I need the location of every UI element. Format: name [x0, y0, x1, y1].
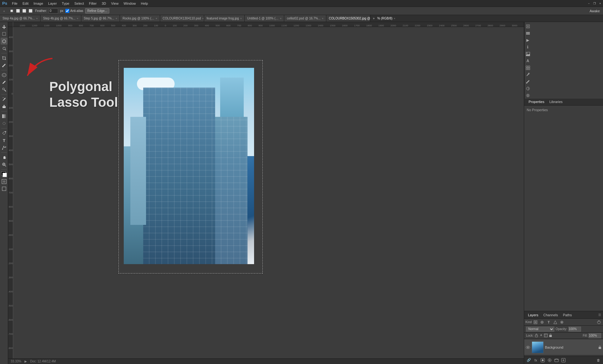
- tab-libraries[interactable]: Libraries: [547, 99, 564, 105]
- menu-type[interactable]: Type: [59, 1, 72, 6]
- refine-edge-button[interactable]: Refine Edge...: [85, 8, 109, 14]
- zoom-tool[interactable]: [1, 161, 8, 168]
- type-tool[interactable]: T: [1, 137, 8, 144]
- tab-paths[interactable]: Paths: [561, 312, 574, 318]
- foreground-color[interactable]: [1, 171, 8, 178]
- brush-icon-right[interactable]: [525, 72, 531, 78]
- adjustments-icon[interactable]: [525, 79, 531, 85]
- filter-onoff-icon[interactable]: [596, 319, 602, 325]
- clone-stamp-tool[interactable]: [1, 86, 8, 93]
- lasso-tool[interactable]: [1, 38, 8, 45]
- quick-mask-tool[interactable]: [1, 178, 8, 185]
- menu-help[interactable]: Help: [139, 1, 151, 6]
- filter-smart-icon[interactable]: [559, 319, 565, 325]
- blend-mode-select[interactable]: Normal: [526, 327, 554, 332]
- gradient-tool[interactable]: [1, 113, 8, 120]
- eyedropper-tool[interactable]: [1, 62, 8, 69]
- intersect-selection-icon[interactable]: ⬜: [28, 8, 33, 14]
- tab-close-1[interactable]: ×: [77, 17, 78, 20]
- filter-pixel-icon[interactable]: [533, 319, 538, 325]
- tab-close-5[interactable]: ×: [240, 17, 242, 20]
- tab-2[interactable]: Step 5.jpg @ 66.7%...×: [81, 15, 120, 22]
- tab-close-4[interactable]: ×: [202, 17, 204, 20]
- table-icon[interactable]: [525, 65, 531, 71]
- new-group-icon[interactable]: [554, 357, 559, 363]
- filter-shape-icon[interactable]: [552, 319, 558, 325]
- tab-properties[interactable]: Properties: [527, 99, 546, 105]
- tab-8[interactable]: COLOURBOX1505302.jpg @ 33.3% (RGB/8)×: [326, 15, 370, 22]
- blur-tool[interactable]: [1, 120, 8, 127]
- tab-layers[interactable]: Layers: [526, 312, 540, 318]
- tab-channels[interactable]: Channels: [541, 312, 560, 318]
- opacity-input[interactable]: [568, 327, 581, 332]
- tab-close-8[interactable]: ×: [394, 17, 395, 20]
- play-icon[interactable]: ▶: [525, 37, 531, 43]
- subtract-selection-icon[interactable]: ⬜: [21, 8, 27, 14]
- tab-close-3[interactable]: ×: [156, 17, 157, 20]
- tab-0[interactable]: Step 4a.jpg @ 66.7%...×: [0, 15, 41, 22]
- tab-6[interactable]: Untitled-1 @ 100% (…×: [245, 15, 284, 22]
- layer-visibility-toggle[interactable]: [525, 345, 530, 350]
- tab-4[interactable]: COLOURBOX1304110.psd×: [160, 15, 204, 22]
- tab-3[interactable]: Rocks.jpg @ 100% (…×: [120, 15, 160, 22]
- menu-image[interactable]: Image: [31, 1, 46, 6]
- link-layers-icon[interactable]: 🔗: [526, 357, 532, 363]
- menu-3d[interactable]: 3D: [99, 1, 109, 6]
- menu-layer[interactable]: Layer: [46, 1, 59, 6]
- crop-tool[interactable]: [1, 55, 8, 62]
- menu-view[interactable]: View: [109, 1, 121, 6]
- hand-tool[interactable]: [1, 154, 8, 161]
- feather-input[interactable]: [49, 8, 58, 14]
- healing-tool[interactable]: +: [1, 72, 8, 79]
- lasso-icon[interactable]: 🔲: [9, 8, 14, 14]
- tab-close-7[interactable]: ×: [322, 17, 323, 20]
- tab-close-0[interactable]: ×: [36, 17, 38, 20]
- eraser-tool[interactable]: [1, 103, 8, 110]
- more-tabs-button[interactable]: »: [370, 15, 377, 22]
- brush-tool[interactable]: [1, 79, 8, 86]
- screen-mode-tool[interactable]: [1, 185, 8, 192]
- layers-options-button[interactable]: ☰: [598, 313, 601, 317]
- restore-button[interactable]: ❐: [592, 1, 597, 6]
- anti-alias-checkbox[interactable]: Anti-alias: [65, 9, 83, 13]
- minimize-button[interactable]: −: [587, 1, 591, 6]
- menu-edit[interactable]: Edit: [20, 1, 31, 6]
- menu-select[interactable]: Select: [72, 1, 87, 6]
- delete-layer-icon[interactable]: 🗑: [595, 357, 601, 363]
- add-mask-icon[interactable]: [540, 357, 546, 363]
- menu-window[interactable]: Window: [121, 1, 138, 6]
- tab-close-6[interactable]: ×: [280, 17, 281, 20]
- new-adjustment-icon[interactable]: [547, 357, 552, 363]
- pen-tool[interactable]: [1, 130, 8, 137]
- fill-input[interactable]: [589, 333, 601, 338]
- filter-type-icon[interactable]: T: [546, 319, 551, 325]
- add-effect-icon[interactable]: fx: [533, 357, 539, 363]
- marquee-tool[interactable]: [1, 30, 8, 37]
- new-layer-icon[interactable]: [561, 357, 566, 363]
- menu-filter[interactable]: Filter: [86, 1, 99, 6]
- history-brush-tool[interactable]: [1, 96, 8, 103]
- canvas-viewport[interactable]: Polygonal Lasso Tool: [13, 27, 524, 358]
- add-selection-icon[interactable]: ⬜: [15, 8, 21, 14]
- tab-7[interactable]: cellist02.psd @ 16.7%...×: [284, 15, 326, 22]
- tab-1[interactable]: Step 4b.jpg @ 66.7%...×: [41, 15, 81, 22]
- filter-adjustment-icon[interactable]: [539, 319, 545, 325]
- move-tool[interactable]: [1, 23, 8, 30]
- text-icon[interactable]: A: [525, 58, 531, 64]
- color-icon[interactable]: [525, 85, 531, 92]
- layer-item-background[interactable]: Background: [524, 340, 603, 355]
- lock-position-icon[interactable]: [539, 334, 543, 338]
- lock-artboards-icon[interactable]: [544, 334, 548, 338]
- properties-icon[interactable]: [525, 23, 531, 30]
- image-icon[interactable]: [525, 51, 531, 57]
- lock-all-icon[interactable]: [549, 334, 552, 338]
- lock-pixels-icon[interactable]: [535, 334, 538, 338]
- quick-selection-tool[interactable]: [1, 45, 8, 52]
- tab-5[interactable]: featured image frog.jpg×: [204, 15, 245, 22]
- layers-icon-right[interactable]: [525, 30, 531, 36]
- path-selection-tool[interactable]: [1, 144, 8, 151]
- close-button[interactable]: ×: [598, 1, 602, 6]
- info-icon[interactable]: ℹ: [525, 44, 531, 50]
- tab-close-2[interactable]: ×: [116, 17, 117, 20]
- settings-icon[interactable]: [525, 92, 531, 99]
